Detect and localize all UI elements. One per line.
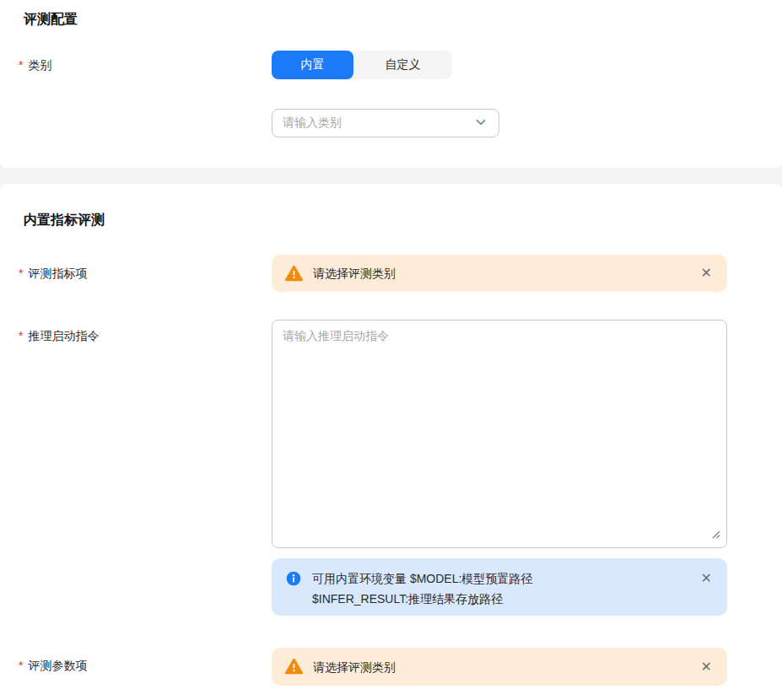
chevron-down-icon bbox=[473, 115, 488, 132]
required-asterisk: * bbox=[19, 329, 23, 342]
params-label-text: 评测参数项 bbox=[28, 659, 87, 672]
params-warning-text: 请选择评测类别 bbox=[313, 657, 699, 677]
category-select[interactable]: 请输入类别 bbox=[272, 109, 499, 137]
params-warning-alert: 请选择评测类别 ✕ bbox=[272, 648, 727, 686]
warning-icon bbox=[285, 658, 303, 676]
category-label: *类别 bbox=[19, 57, 51, 73]
metric-warning-text: 请选择评测类别 bbox=[313, 263, 699, 283]
close-icon[interactable]: ✕ bbox=[699, 265, 714, 282]
category-select-placeholder: 请输入类别 bbox=[283, 116, 473, 131]
env-var-info-line2: $INFER_RESULT:推理结果存放路径 bbox=[312, 592, 503, 606]
info-icon bbox=[285, 570, 302, 587]
warning-icon bbox=[285, 265, 303, 283]
command-textarea[interactable] bbox=[272, 320, 727, 548]
required-asterisk: * bbox=[19, 267, 23, 280]
category-option-builtin[interactable]: 内置 bbox=[272, 51, 353, 79]
command-textarea-wrap bbox=[272, 320, 727, 548]
close-icon[interactable]: ✕ bbox=[699, 570, 714, 587]
evaluation-config-page: 评测配置 *类别 内置 自定义 请输入类别 内置指标评测 *评测指标项 bbox=[0, 0, 782, 700]
params-label: *评测参数项 bbox=[19, 658, 87, 673]
env-var-info-alert: 可用内置环境变量 $MODEL:模型预置路径 $INFER_RESULT:推理结… bbox=[272, 558, 727, 616]
metric-warning-alert: 请选择评测类别 ✕ bbox=[272, 255, 727, 292]
close-icon[interactable]: ✕ bbox=[699, 659, 714, 676]
env-var-info-line1: 可用内置环境变量 $MODEL:模型预置路径 bbox=[312, 572, 532, 585]
required-asterisk: * bbox=[19, 58, 23, 72]
builtin-metric-title: 内置指标评测 bbox=[24, 211, 105, 229]
required-asterisk: * bbox=[19, 659, 23, 672]
category-toggle: 内置 自定义 bbox=[272, 51, 452, 79]
metric-label: *评测指标项 bbox=[19, 266, 87, 281]
command-label: *推理启动指令 bbox=[19, 328, 99, 343]
builtin-metric-card: 内置指标评测 *评测指标项 请选择评测类别 ✕ *推理启动指令 bbox=[0, 184, 782, 700]
category-option-custom[interactable]: 自定义 bbox=[353, 51, 452, 79]
category-label-text: 类别 bbox=[28, 58, 51, 72]
command-label-text: 推理启动指令 bbox=[28, 329, 99, 342]
resize-handle[interactable] bbox=[710, 528, 720, 541]
metric-label-text: 评测指标项 bbox=[28, 267, 87, 280]
eval-config-card: 评测配置 *类别 内置 自定义 请输入类别 bbox=[0, 0, 782, 168]
env-var-info-text: 可用内置环境变量 $MODEL:模型预置路径 $INFER_RESULT:推理结… bbox=[312, 568, 699, 609]
eval-config-title: 评测配置 bbox=[24, 10, 78, 29]
